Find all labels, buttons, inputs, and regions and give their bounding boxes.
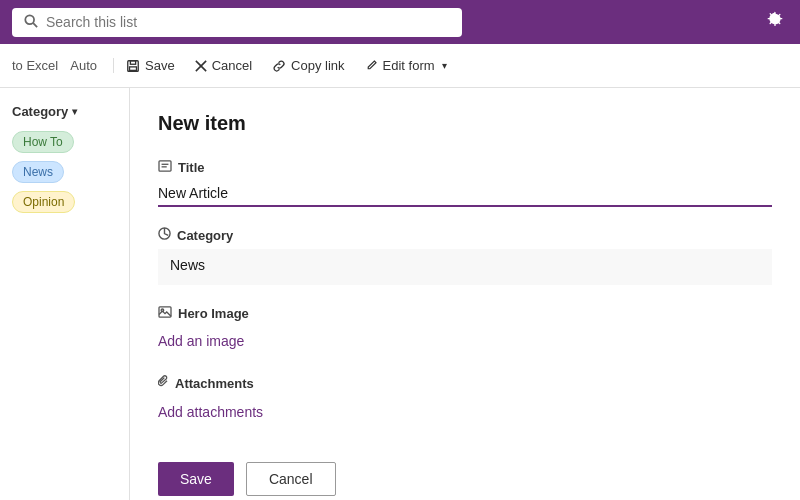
toolbar: to Excel Auto Save Cancel Copy link Edit… [0, 44, 800, 88]
title-label-text: Title [178, 160, 205, 175]
category-value[interactable]: News [158, 249, 772, 285]
toolbar-cancel-label: Cancel [212, 58, 252, 73]
tag-news[interactable]: News [12, 161, 64, 183]
search-input[interactable] [46, 14, 450, 30]
form-cancel-button[interactable]: Cancel [246, 462, 336, 496]
svg-point-0 [25, 15, 34, 24]
svg-rect-7 [159, 161, 171, 171]
toolbar-copy-link-label: Copy link [291, 58, 344, 73]
svg-rect-4 [130, 66, 137, 70]
search-container [12, 8, 462, 37]
category-field-label: Category [158, 227, 772, 243]
edit-form-chevron-icon: ▾ [442, 60, 447, 71]
hero-image-field-group: Hero Image Add an image [158, 305, 772, 355]
title-field-label: Title [158, 159, 772, 175]
hero-image-icon [158, 305, 172, 321]
search-icon [24, 14, 38, 31]
category-label-text: Category [177, 228, 233, 243]
toolbar-copy-link-button[interactable]: Copy link [264, 54, 352, 77]
title-field-group: Title [158, 159, 772, 207]
main-layout: Category ▾ How To News Opinion New item [0, 88, 800, 500]
attachments-field-group: Attachments Add attachments [158, 375, 772, 426]
add-image-link[interactable]: Add an image [158, 327, 244, 355]
category-field-group: Category News [158, 227, 772, 285]
attachments-icon [158, 375, 169, 392]
settings-button[interactable] [762, 7, 788, 38]
attachments-label-text: Attachments [175, 376, 254, 391]
title-icon [158, 159, 172, 175]
svg-rect-3 [130, 60, 135, 64]
tag-howto[interactable]: How To [12, 131, 74, 153]
toolbar-cancel-button[interactable]: Cancel [187, 54, 260, 77]
toolbar-edit-form-label: Edit form [383, 58, 435, 73]
svg-line-1 [33, 23, 37, 27]
category-chevron-icon: ▾ [72, 106, 77, 117]
hero-image-label-text: Hero Image [178, 306, 249, 321]
panel-title: New item [158, 112, 772, 135]
sidebar: Category ▾ How To News Opinion [0, 88, 130, 500]
hero-image-field-label: Hero Image [158, 305, 772, 321]
category-icon [158, 227, 171, 243]
form-save-button[interactable]: Save [158, 462, 234, 496]
toolbar-left: to Excel Auto [12, 58, 114, 73]
export-label: to Excel [12, 58, 58, 73]
tag-opinion[interactable]: Opinion [12, 191, 75, 213]
category-label: Category [12, 104, 68, 119]
automate-label: Auto [70, 58, 97, 73]
toolbar-edit-form-button[interactable]: Edit form ▾ [357, 54, 455, 77]
attachments-field-label: Attachments [158, 375, 772, 392]
toolbar-save-label: Save [145, 58, 175, 73]
top-bar [0, 0, 800, 44]
title-input[interactable] [158, 181, 772, 207]
add-attachments-link[interactable]: Add attachments [158, 398, 263, 426]
sidebar-category-header[interactable]: Category ▾ [12, 104, 117, 119]
toolbar-save-button[interactable]: Save [118, 54, 183, 77]
sidebar-tags: How To News Opinion [12, 131, 117, 221]
form-actions: Save Cancel [158, 454, 772, 496]
new-item-panel: New item Title [130, 88, 800, 500]
